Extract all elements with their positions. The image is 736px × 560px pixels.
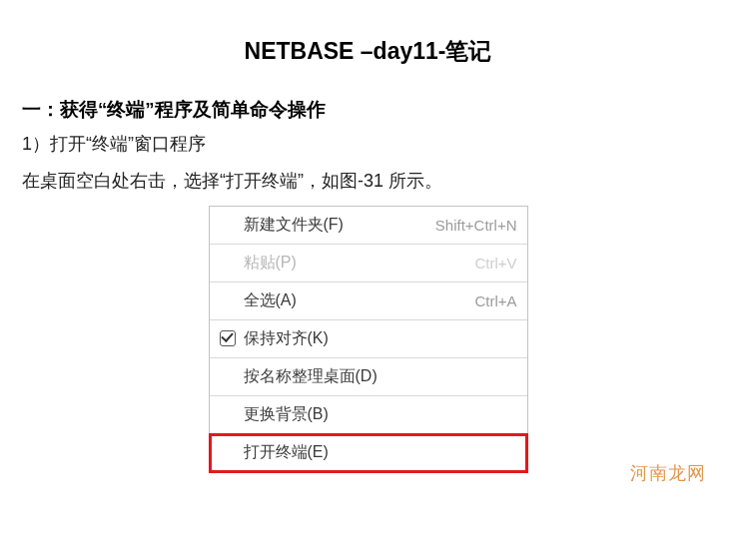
section-heading: 一：获得“终端”程序及简单命令操作 (0, 97, 736, 122)
menu-item-shortcut: Shift+Ctrl+N (435, 217, 517, 234)
menu-item-label: 按名称整理桌面(D) (238, 366, 517, 387)
menu-icon-slot (218, 443, 238, 463)
menu-icon-slot (218, 253, 238, 273)
menu-item-open-terminal[interactable]: 打开终端(E) (210, 434, 527, 472)
menu-icon-slot (218, 215, 238, 235)
page-title: NETBASE –day11-笔记 (0, 0, 736, 67)
watermark: 河南龙网 (630, 461, 706, 485)
menu-item-keep-aligned[interactable]: 保持对齐(K) (210, 320, 527, 358)
menu-item-label: 更换背景(B) (238, 404, 517, 425)
menu-item-label: 粘贴(P) (238, 253, 475, 274)
body-line-1: 1）打开“终端”窗口程序 (0, 130, 736, 159)
menu-item-label: 全选(A) (238, 290, 475, 311)
menu-item-paste: 粘贴(P) Ctrl+V (210, 245, 527, 282)
menu-item-label: 保持对齐(K) (238, 328, 517, 349)
menu-item-label: 打开终端(E) (238, 442, 517, 463)
menu-icon-slot (218, 290, 238, 310)
menu-item-organize-by-name[interactable]: 按名称整理桌面(D) (210, 358, 527, 396)
menu-icon-slot (218, 366, 238, 386)
menu-icon-slot (218, 404, 238, 424)
menu-item-shortcut: Ctrl+V (474, 255, 516, 272)
menu-item-new-folder[interactable]: 新建文件夹(F) Shift+Ctrl+N (210, 207, 527, 245)
body-line-2: 在桌面空白处右击，选择“打开终端”，如图-31 所示。 (0, 167, 736, 196)
menu-item-label: 新建文件夹(F) (238, 215, 435, 236)
menu-item-change-background[interactable]: 更换背景(B) (210, 396, 527, 434)
menu-item-select-all[interactable]: 全选(A) Ctrl+A (210, 282, 527, 320)
context-menu: 新建文件夹(F) Shift+Ctrl+N 粘贴(P) Ctrl+V 全选(A)… (209, 206, 528, 473)
checkbox-checked-icon (218, 328, 238, 348)
menu-item-shortcut: Ctrl+A (474, 292, 516, 309)
